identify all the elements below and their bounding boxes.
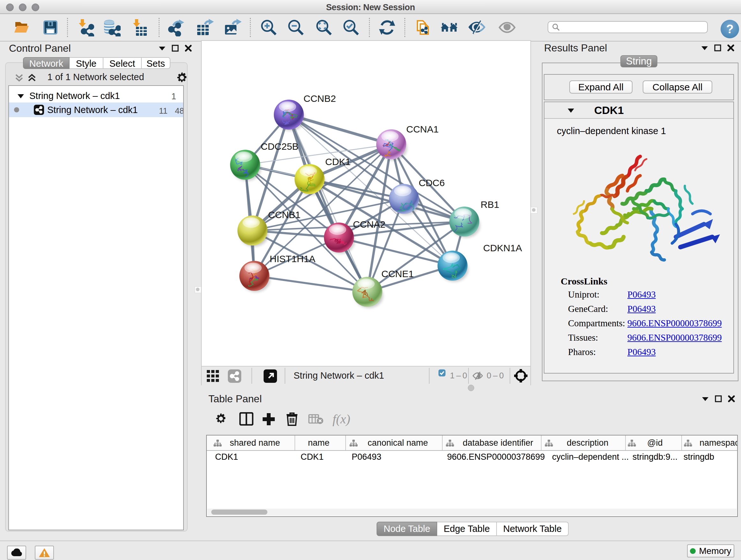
svg-text:CDKN1A: CDKN1A [483,243,522,253]
svg-text:CDC6: CDC6 [419,178,445,188]
svg-text:CCNB2: CCNB2 [304,93,336,104]
svg-text:RB1: RB1 [481,199,499,210]
svg-text:CCNB1: CCNB1 [268,209,300,220]
svg-text:HIST1H1A: HIST1H1A [270,253,315,264]
svg-text:CDC25B: CDC25B [261,141,298,152]
svg-text:CCNE1: CCNE1 [381,268,414,279]
svg-text:CDK1: CDK1 [325,157,351,167]
svg-text:CCNA2: CCNA2 [353,219,386,230]
svg-text:CCNA1: CCNA1 [406,124,439,134]
